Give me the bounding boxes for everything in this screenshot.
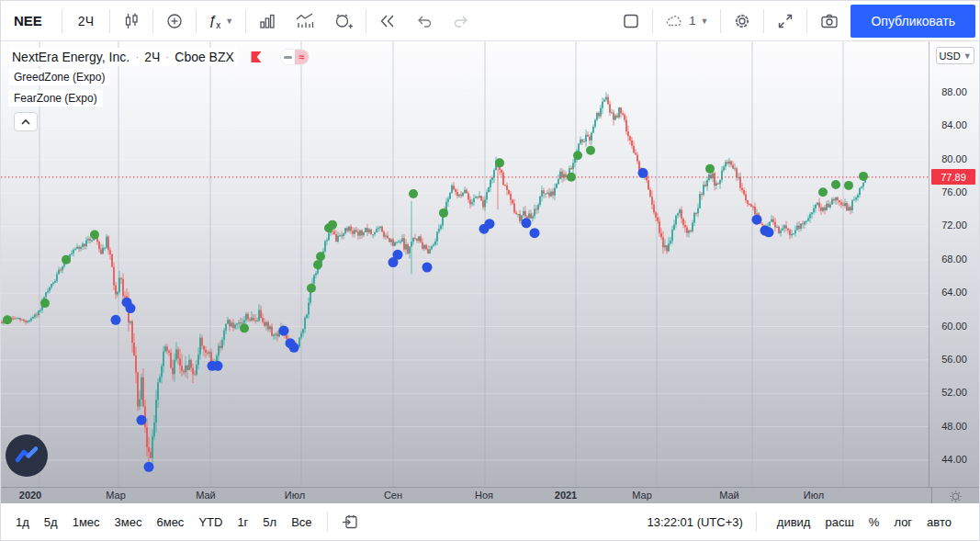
fearzone-dot xyxy=(752,215,762,225)
scale-option-расш[interactable]: расш xyxy=(817,512,861,533)
range-button-1д[interactable]: 1д xyxy=(8,512,37,533)
greedzone-dot xyxy=(495,158,504,167)
price-axis[interactable]: USD ▼ 77.89 44.0048.0052.0056.0060.0064.… xyxy=(929,41,979,487)
range-buttons: 1д5д1мес3мес6месYTD1г5лВсе xyxy=(8,512,320,533)
settings-button[interactable] xyxy=(724,5,760,38)
legend-interval[interactable]: 2Ч xyxy=(144,50,160,64)
chart-type-button[interactable] xyxy=(113,5,150,38)
toolbar-separator xyxy=(152,9,153,33)
candlestick-icon xyxy=(122,12,141,30)
bottom-toolbar: 1д5д1мес3мес6месYTD1г5лВсе 13:22:01 (UTC… xyxy=(1,503,979,540)
greedzone-dot xyxy=(316,252,325,261)
range-button-YTD[interactable]: YTD xyxy=(191,512,230,533)
fearzone-dot xyxy=(126,303,136,313)
time-label: Сен xyxy=(384,490,402,501)
legend-separator: · xyxy=(165,51,169,63)
camera-icon xyxy=(819,12,839,30)
undo-button[interactable] xyxy=(406,5,443,38)
price-tick: 52.00 xyxy=(929,387,979,398)
range-button-6мес[interactable]: 6мес xyxy=(149,512,191,533)
chevron-down-icon: ▼ xyxy=(963,51,972,61)
legend-symbol-title[interactable]: NextEra Energy, Inc. xyxy=(12,50,130,64)
greedzone-dot xyxy=(831,180,840,189)
market-status-toggle[interactable]: ≈ xyxy=(280,49,310,65)
line-over-bars-icon xyxy=(295,12,315,30)
greedzone-dot xyxy=(586,146,595,155)
indicator-templates-button[interactable] xyxy=(249,5,286,38)
redo-button[interactable] xyxy=(443,5,479,38)
greedzone-dot xyxy=(409,189,418,198)
scale-option-дивид[interactable]: дивид xyxy=(770,512,818,533)
brightness-icon xyxy=(949,490,963,503)
range-button-1мес[interactable]: 1мес xyxy=(65,512,107,533)
interval-button[interactable]: 2Ч xyxy=(65,5,107,38)
fearzone-dot xyxy=(522,218,532,228)
fearzone-dot xyxy=(764,227,774,237)
time-label: Июл xyxy=(804,490,824,501)
range-button-5л[interactable]: 5л xyxy=(255,512,284,533)
market-closed-icon xyxy=(281,50,295,64)
strategy-button[interactable] xyxy=(286,5,324,38)
toolbar-separator xyxy=(763,9,764,33)
gear-icon xyxy=(733,12,751,30)
snapshot-button[interactable] xyxy=(810,5,849,38)
calendar-goto-icon xyxy=(341,513,359,531)
greedzone-dot xyxy=(90,231,99,240)
flag-icon[interactable] xyxy=(249,50,264,64)
symbol-button[interactable]: NEE xyxy=(1,5,59,38)
range-button-3мес[interactable]: 3мес xyxy=(107,512,150,533)
bar-chart-icon xyxy=(258,12,276,30)
fullscreen-button[interactable] xyxy=(767,5,804,38)
currency-selector[interactable]: USD ▼ xyxy=(936,47,974,64)
range-button-1г[interactable]: 1г xyxy=(230,512,255,533)
goto-date-button[interactable] xyxy=(335,505,365,538)
price-tick: 68.00 xyxy=(929,254,979,265)
toolbar-separator xyxy=(366,9,366,33)
plus-circle-icon xyxy=(165,12,184,30)
time-label: Мар xyxy=(106,490,126,501)
price-tick: 88.00 xyxy=(929,86,979,97)
alarm-clock-plus-icon xyxy=(333,12,354,30)
compare-button[interactable] xyxy=(156,5,193,38)
cloud-count: 1 xyxy=(689,14,695,28)
greedzone-dot xyxy=(439,209,448,218)
chart-canvas[interactable] xyxy=(1,41,929,487)
toolbar-separator xyxy=(245,9,246,33)
range-button-5д[interactable]: 5д xyxy=(37,512,65,533)
publish-button[interactable]: Опубликовать xyxy=(850,5,975,38)
greedzone-dot xyxy=(844,181,853,190)
scale-option-авто[interactable]: авто xyxy=(919,512,959,533)
time-label: Ноя xyxy=(475,490,493,501)
time-label: Май xyxy=(719,490,739,501)
axis-corner[interactable] xyxy=(931,488,979,504)
bar-replay-button[interactable] xyxy=(369,5,406,38)
fearzone-dot xyxy=(137,415,147,425)
scale-option-лог[interactable]: лог xyxy=(886,512,919,533)
fearzone-dot xyxy=(279,326,289,336)
fearzone-dot xyxy=(213,361,223,371)
fearzone-dot xyxy=(422,262,433,272)
indicator-label-fearzone[interactable]: FearZone (Expo) xyxy=(8,90,103,107)
clock[interactable]: 13:22:01 (UTC+3) xyxy=(647,515,742,529)
fearzone-dot xyxy=(393,250,403,260)
layout-button[interactable] xyxy=(613,5,649,38)
scale-option-%[interactable]: % xyxy=(862,512,887,533)
fearzone-dot xyxy=(530,228,540,238)
legend-exchange[interactable]: Cboe BZX xyxy=(175,50,234,64)
toolbar-separator xyxy=(196,9,197,33)
legend-collapse-button[interactable] xyxy=(14,112,38,131)
fearzone-dot xyxy=(485,219,495,229)
time-label: 2020 xyxy=(19,490,41,501)
indicators-button[interactable]: ƒx ▼ xyxy=(199,5,242,38)
greedzone-dot xyxy=(567,173,576,182)
tradingview-logo[interactable] xyxy=(6,434,48,477)
range-button-Все[interactable]: Все xyxy=(284,512,319,533)
cloud-save-button[interactable]: 1 ▼ xyxy=(656,5,717,38)
alert-button[interactable] xyxy=(324,5,363,38)
time-axis[interactable]: 2020МарМайИюлСенНоя2021МарМайИюл xyxy=(1,487,979,503)
indicator-label-greedzone[interactable]: GreedZone (Expo) xyxy=(8,69,110,85)
toolbar-separator xyxy=(806,9,807,33)
greedzone-dot xyxy=(705,164,715,174)
layout-square-icon xyxy=(622,12,640,30)
price-tick: 72.00 xyxy=(929,220,979,231)
